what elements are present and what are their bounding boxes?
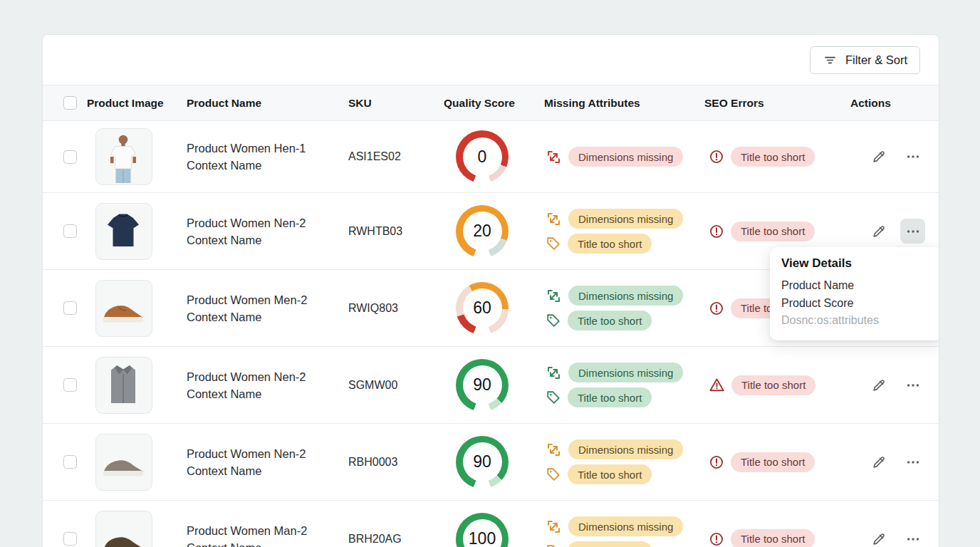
row-checkbox[interactable] <box>63 455 77 469</box>
edit-button[interactable] <box>866 373 891 397</box>
alert-circle-icon <box>709 454 724 470</box>
missing-attribute: Dimensions missing <box>546 209 683 229</box>
column-header-sku: SKU <box>348 97 444 110</box>
seo-errors-cell: Title too short <box>704 529 850 547</box>
missing-attribute-badge: Dimensions missing <box>568 439 683 459</box>
quality-score-value: 60 <box>456 282 509 335</box>
missing-attribute: Dimensions missing <box>546 516 683 536</box>
quality-score-value: 90 <box>456 436 509 489</box>
shoe-image <box>95 434 152 491</box>
quality-score-gauge: 20 <box>456 205 509 258</box>
column-header-missing-attributes: Missing Attributes <box>544 97 704 110</box>
missing-attribute-badge: Title too short <box>568 234 652 254</box>
missing-attributes-cell: Dimensions missingTitle too short <box>544 439 704 484</box>
expand-arrows-icon <box>546 288 562 304</box>
edit-button[interactable] <box>866 219 891 244</box>
edit-button[interactable] <box>866 145 891 170</box>
expand-arrows-icon <box>546 519 562 535</box>
missing-attribute-badge: Dimensions missing <box>568 209 683 229</box>
table-row: Product Women Nen-2Context NameSGMW0090D… <box>43 347 939 424</box>
table-row: Product Women Man-2Context NameBRH20AG10… <box>43 501 939 547</box>
expand-arrows-icon <box>546 149 562 165</box>
quality-score-value: 20 <box>456 205 509 258</box>
missing-attributes-cell: Dimensions missing <box>544 147 704 167</box>
actions-cell <box>850 449 939 474</box>
quality-score-gauge: 90 <box>456 359 509 412</box>
alert-circle-icon <box>709 149 724 165</box>
product-name: Product Women Hen-1Context Name <box>187 140 348 174</box>
more-actions-button[interactable] <box>900 373 925 397</box>
actions-cell <box>850 373 939 397</box>
edit-button[interactable] <box>866 526 891 547</box>
quality-score-value: 100 <box>456 513 509 547</box>
seo-errors-cell: Title too short <box>704 222 850 241</box>
seo-error: Title too short <box>709 222 815 241</box>
seo-error: Title too short <box>709 452 815 472</box>
product-sku: BRH20AG <box>348 533 444 546</box>
filter-sort-button[interactable]: Filter & Sort <box>810 46 920 74</box>
more-actions-button[interactable] <box>900 145 925 170</box>
missing-attributes-cell: Dimensions missingTitle too short <box>544 209 704 254</box>
expand-arrows-icon <box>546 365 562 381</box>
menu-item-product-name[interactable]: Product Name <box>781 277 932 295</box>
product-name: Product Women Nen-2Context Name <box>187 368 348 402</box>
edit-button[interactable] <box>866 449 891 474</box>
seo-errors-cell: Title too short <box>704 375 850 395</box>
missing-attributes-cell: Dimensions missingTitle too short <box>544 363 704 407</box>
missing-attribute: Dimensions missing <box>546 363 683 382</box>
expand-arrows-icon <box>546 211 562 227</box>
product-name: Product Women Nen-2Context Name <box>187 214 348 249</box>
product-table-card: Filter & Sort Product ImageProduct NameS… <box>42 34 939 547</box>
actions-cell <box>850 526 939 547</box>
quality-score-value: 0 <box>456 130 509 183</box>
product-name: Product Women Men-2Context Name <box>187 291 348 325</box>
column-header-seo-errors: SEO Errors <box>704 97 850 110</box>
seo-errors-cell: Title too short <box>704 452 850 472</box>
missing-attribute-badge: Dimensions missing <box>568 363 683 382</box>
seo-error-badge: Title too short <box>731 147 815 167</box>
expand-arrows-icon <box>546 442 562 458</box>
missing-attribute-badge: Title too short <box>568 541 652 547</box>
product-sku: RWHTB03 <box>348 225 444 238</box>
select-all-checkbox[interactable] <box>63 96 77 110</box>
alert-circle-icon <box>709 224 724 239</box>
tshirt-image <box>95 203 152 260</box>
tag-icon <box>546 543 561 547</box>
missing-attributes-cell: Dimensions missingTitle too short <box>544 516 704 547</box>
product-name: Product Women Nen-2Context Name <box>187 445 348 479</box>
row-checkbox[interactable] <box>63 532 77 546</box>
seo-error-badge: Title too short <box>731 529 815 547</box>
table-row: Product Women Nen-2Context NameRBH000390… <box>43 424 939 501</box>
alert-circle-icon <box>709 531 724 547</box>
alert-triangle-icon <box>709 377 725 393</box>
more-actions-button[interactable] <box>900 449 925 474</box>
missing-attribute: Title too short <box>546 464 652 484</box>
alert-circle-icon <box>709 301 724 316</box>
table-row: Product Women Hen-1Context NameASI1ES020… <box>43 121 939 193</box>
more-actions-button[interactable] <box>900 526 925 547</box>
menu-item-dosnc-os-attributes[interactable]: Dosnc:os:attributes <box>781 312 932 330</box>
quality-score-gauge: 60 <box>456 282 509 335</box>
filter-icon <box>823 53 838 68</box>
more-actions-button[interactable] <box>900 219 925 244</box>
tag-icon <box>546 390 561 405</box>
coat-image <box>95 357 152 414</box>
model-tshirt-image <box>95 128 152 185</box>
missing-attribute-badge: Dimensions missing <box>568 286 683 306</box>
missing-attribute-badge: Title too short <box>568 464 652 484</box>
missing-attribute: Title too short <box>546 387 652 407</box>
missing-attribute: Dimensions missing <box>546 147 683 167</box>
quality-score-value: 90 <box>456 359 509 412</box>
row-checkbox[interactable] <box>63 378 77 392</box>
quality-score-gauge: 100 <box>456 513 509 547</box>
row-checkbox[interactable] <box>63 224 77 238</box>
seo-error: Title too short <box>709 529 815 547</box>
actions-cell <box>850 145 939 170</box>
menu-item-product-score[interactable]: Product Score <box>781 295 932 313</box>
row-checkbox[interactable] <box>63 150 77 164</box>
row-checkbox[interactable] <box>63 301 77 315</box>
product-sku: ASI1ES02 <box>348 150 444 163</box>
sneaker-image <box>95 280 152 337</box>
product-name: Product Women Man-2Context Name <box>187 522 348 547</box>
seo-errors-cell: Title too short <box>704 147 850 167</box>
